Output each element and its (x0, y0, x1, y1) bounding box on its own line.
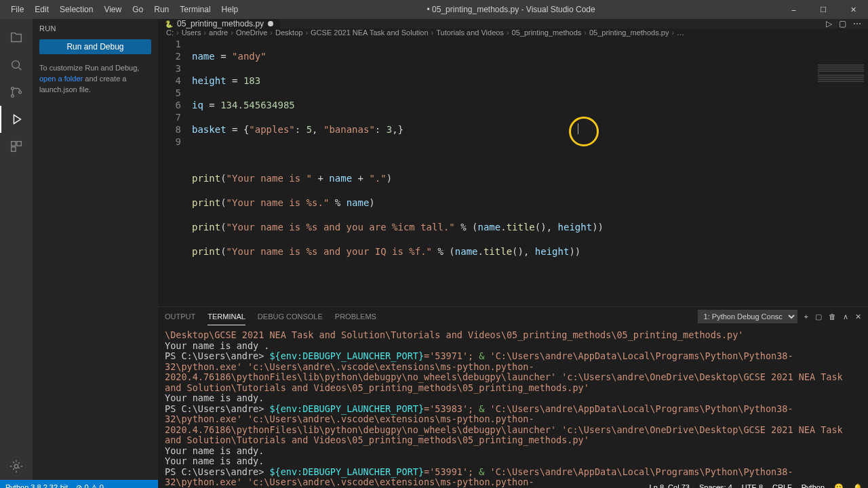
extensions-icon[interactable] (0, 133, 33, 160)
sidebar-section-run: RUN (39, 22, 151, 37)
minimap[interactable] (814, 64, 868, 145)
svg-point-3 (19, 91, 22, 94)
text-cursor (578, 123, 578, 134)
svg-point-2 (12, 95, 14, 98)
maximize-button[interactable]: ☐ (808, 0, 838, 19)
terminal-select[interactable]: 1: Python Debug Consc (698, 310, 797, 323)
status-line-col[interactable]: Ln 8, Col 73 (650, 483, 690, 489)
editor-tabs: 🐍 05_printing_methods.py ▷ ▢ ⋯ (158, 19, 868, 28)
terminal-content[interactable]: \Desktop\GCSE 2021 NEA Task and Solution… (158, 326, 868, 488)
menu-file[interactable]: File (5, 2, 29, 17)
tab-file[interactable]: 🐍 05_printing_methods.py (158, 19, 281, 28)
code-content[interactable]: name = "andy" height = 183 iq = 134.5456… (192, 37, 868, 306)
status-encoding[interactable]: UTF-8 (742, 483, 763, 489)
menu-run[interactable]: Run (149, 2, 174, 17)
svg-rect-4 (12, 142, 16, 146)
panel-tabs: OUTPUT TERMINAL DEBUG CONSOLE PROBLEMS 1… (158, 307, 868, 326)
menu-edit[interactable]: Edit (29, 2, 54, 17)
tab-dirty-dot-icon (268, 21, 273, 26)
menu-view[interactable]: View (98, 2, 127, 17)
more-actions-icon[interactable]: ⋯ (853, 19, 861, 28)
svg-point-7 (14, 464, 18, 468)
titlebar: File Edit Selection View Go Run Terminal… (0, 0, 868, 19)
main-menu: File Edit Selection View Go Run Terminal… (0, 2, 243, 17)
settings-gear-icon[interactable] (0, 453, 33, 480)
status-problems[interactable]: ⊘ 0 ⚠ 0 (76, 483, 103, 489)
tab-label: 05_printing_methods.py (177, 19, 264, 28)
panel-tab-terminal[interactable]: TERMINAL (208, 308, 245, 325)
activity-bar (0, 19, 33, 480)
new-terminal-icon[interactable]: + (804, 312, 808, 321)
status-language[interactable]: Python (802, 483, 825, 489)
panel-tab-problems[interactable]: PROBLEMS (335, 308, 376, 325)
status-spaces[interactable]: Spaces: 4 (699, 483, 732, 489)
split-terminal-icon[interactable]: ▢ (815, 312, 822, 321)
run-file-icon[interactable]: ▷ (826, 19, 832, 28)
window-title: • 05_printing_methods.py - Visual Studio… (243, 5, 778, 14)
run-sidebar: RUN Run and Debug To customize Run and D… (33, 19, 158, 480)
customize-text: To customize Run and Debug, open a folde… (39, 62, 151, 95)
status-eol[interactable]: CRLF (772, 483, 792, 489)
code-editor[interactable]: 123 456 789 name = "andy" height = 183 i… (158, 37, 868, 306)
menu-help[interactable]: Help (216, 2, 244, 17)
svg-rect-6 (12, 147, 16, 151)
status-notifications-icon[interactable]: 🔔 (853, 483, 863, 489)
svg-rect-5 (17, 142, 21, 146)
python-file-icon: 🐍 (165, 20, 173, 28)
split-editor-icon[interactable]: ▢ (839, 19, 846, 28)
close-panel-icon[interactable]: ✕ (855, 312, 861, 321)
editor-actions: ▷ ▢ ⋯ (826, 19, 868, 28)
menu-go[interactable]: Go (127, 2, 149, 17)
status-feedback-icon[interactable]: 🙂 (834, 483, 844, 489)
menu-selection[interactable]: Selection (54, 2, 98, 17)
editor-area: 🐍 05_printing_methods.py ▷ ▢ ⋯ C:› Users… (158, 19, 868, 480)
minimize-button[interactable]: ‒ (778, 0, 808, 19)
run-debug-icon[interactable] (0, 106, 33, 133)
status-python[interactable]: Python 3.8.2 32-bit (5, 483, 68, 488)
menu-terminal[interactable]: Terminal (174, 2, 216, 17)
panel-tab-output[interactable]: OUTPUT (165, 308, 195, 325)
source-control-icon[interactable] (0, 79, 33, 106)
line-numbers: 123 456 789 (158, 37, 192, 306)
search-icon[interactable] (0, 52, 33, 79)
svg-point-1 (12, 87, 14, 90)
breadcrumb[interactable]: C:› Users› andre› OneDrive› Desktop› GCS… (158, 28, 868, 37)
terminal-panel: OUTPUT TERMINAL DEBUG CONSOLE PROBLEMS 1… (158, 306, 868, 488)
explorer-icon[interactable] (0, 24, 33, 52)
run-and-debug-button[interactable]: Run and Debug (39, 39, 151, 54)
close-button[interactable]: ✕ (838, 0, 868, 19)
open-folder-link[interactable]: open a folder (39, 75, 83, 83)
panel-tab-debug-console[interactable]: DEBUG CONSOLE (258, 308, 323, 325)
window-controls: ‒ ☐ ✕ (778, 0, 868, 19)
svg-point-0 (12, 61, 20, 68)
kill-terminal-icon[interactable]: 🗑 (829, 312, 836, 321)
maximize-panel-icon[interactable]: ∧ (843, 312, 848, 321)
